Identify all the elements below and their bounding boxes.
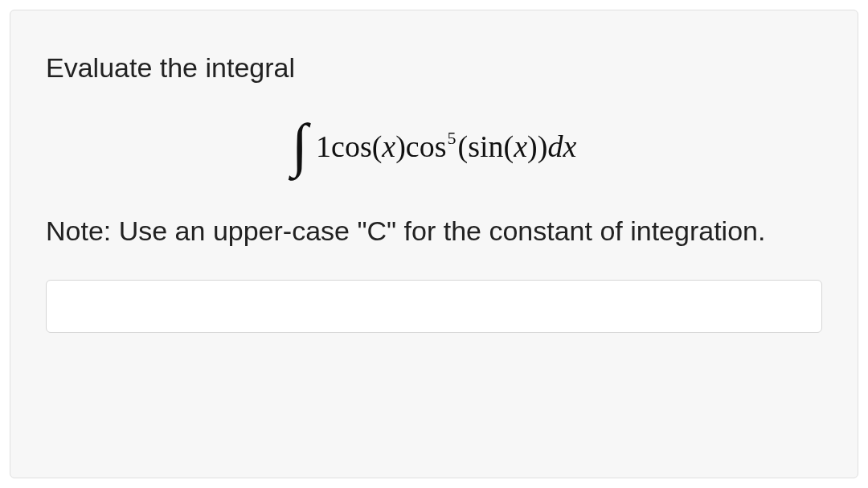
- rparen: ): [395, 131, 406, 162]
- lparen: (: [504, 131, 514, 162]
- x-var: x: [514, 131, 527, 162]
- lparen: (: [458, 131, 469, 162]
- rparen: ): [538, 131, 548, 162]
- answer-input[interactable]: [46, 280, 822, 333]
- integral-sign-icon: ∫: [292, 115, 308, 174]
- rparen: ): [527, 131, 538, 162]
- cos-fn: cos: [406, 131, 447, 162]
- math-expression: ∫ 1 cos ( x ) cos 5 ( sin ( x ) ) d x: [292, 117, 577, 176]
- x-var: x: [382, 131, 395, 162]
- question-card: Evaluate the integral ∫ 1 cos ( x ) cos …: [10, 10, 858, 478]
- coef: 1: [316, 131, 331, 162]
- lparen: (: [372, 131, 383, 162]
- math-expression-row: ∫ 1 cos ( x ) cos 5 ( sin ( x ) ) d x: [46, 117, 822, 176]
- diff-d: d: [547, 131, 563, 162]
- cos-fn: cos: [331, 131, 372, 162]
- note-text: Note: Use an upper-case "C" for the cons…: [46, 211, 822, 251]
- sin-fn: sin: [468, 131, 503, 162]
- exponent-5: 5: [448, 129, 457, 147]
- question-prompt: Evaluate the integral: [46, 49, 822, 88]
- integrand: 1 cos ( x ) cos 5 ( sin ( x ) ) d x: [316, 131, 576, 162]
- diff-x: x: [563, 131, 576, 162]
